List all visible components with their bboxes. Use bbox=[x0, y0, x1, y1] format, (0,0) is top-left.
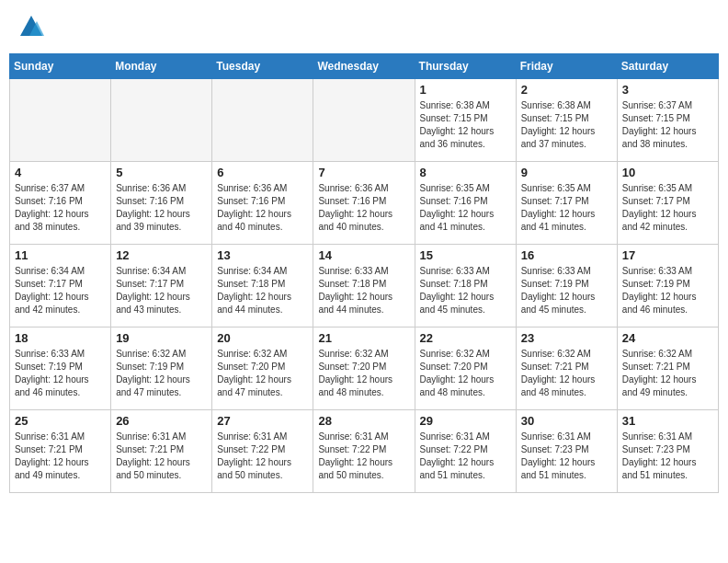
day-info: Sunrise: 6:33 AM Sunset: 7:18 PM Dayligh… bbox=[318, 265, 409, 316]
day-info: Sunrise: 6:38 AM Sunset: 7:15 PM Dayligh… bbox=[521, 99, 612, 151]
day-info: Sunrise: 6:32 AM Sunset: 7:21 PM Dayligh… bbox=[622, 348, 713, 399]
day-number: 30 bbox=[521, 414, 612, 428]
day-cell: 13Sunrise: 6:34 AM Sunset: 7:18 PM Dayli… bbox=[212, 245, 313, 327]
day-cell: 1Sunrise: 6:38 AM Sunset: 7:15 PM Daylig… bbox=[415, 79, 516, 162]
day-number: 9 bbox=[521, 166, 612, 179]
header-row: SundayMondayTuesdayWednesdayThursdayFrid… bbox=[10, 54, 719, 79]
day-cell: 9Sunrise: 6:35 AM Sunset: 7:17 PM Daylig… bbox=[516, 162, 617, 245]
day-info: Sunrise: 6:31 AM Sunset: 7:23 PM Dayligh… bbox=[622, 431, 713, 482]
day-cell: 28Sunrise: 6:31 AM Sunset: 7:22 PM Dayli… bbox=[313, 410, 415, 493]
day-number: 14 bbox=[318, 248, 409, 262]
day-number: 11 bbox=[15, 248, 106, 262]
day-number: 18 bbox=[15, 331, 106, 345]
day-info: Sunrise: 6:31 AM Sunset: 7:21 PM Dayligh… bbox=[15, 431, 106, 482]
day-header-saturday: Saturday bbox=[617, 54, 718, 79]
day-info: Sunrise: 6:36 AM Sunset: 7:16 PM Dayligh… bbox=[116, 182, 207, 234]
day-number: 6 bbox=[217, 166, 308, 179]
logo-icon bbox=[18, 14, 44, 40]
page-header bbox=[9, 9, 719, 44]
day-info: Sunrise: 6:33 AM Sunset: 7:18 PM Dayligh… bbox=[420, 265, 511, 316]
day-cell: 10Sunrise: 6:35 AM Sunset: 7:17 PM Dayli… bbox=[617, 162, 718, 245]
week-row-4: 18Sunrise: 6:33 AM Sunset: 7:19 PM Dayli… bbox=[10, 327, 719, 410]
day-number: 3 bbox=[622, 83, 713, 97]
week-row-5: 25Sunrise: 6:31 AM Sunset: 7:21 PM Dayli… bbox=[10, 410, 719, 493]
week-row-2: 4Sunrise: 6:37 AM Sunset: 7:16 PM Daylig… bbox=[10, 162, 719, 245]
day-number: 24 bbox=[622, 331, 713, 345]
day-number: 13 bbox=[217, 248, 308, 262]
day-info: Sunrise: 6:32 AM Sunset: 7:21 PM Dayligh… bbox=[521, 348, 612, 399]
day-number: 2 bbox=[521, 83, 612, 97]
day-number: 7 bbox=[318, 166, 409, 179]
day-cell: 26Sunrise: 6:31 AM Sunset: 7:21 PM Dayli… bbox=[111, 410, 212, 493]
day-cell: 14Sunrise: 6:33 AM Sunset: 7:18 PM Dayli… bbox=[313, 245, 415, 327]
day-number: 17 bbox=[622, 248, 713, 262]
day-header-thursday: Thursday bbox=[415, 54, 516, 79]
day-cell: 25Sunrise: 6:31 AM Sunset: 7:21 PM Dayli… bbox=[10, 410, 111, 493]
calendar-body: 1Sunrise: 6:38 AM Sunset: 7:15 PM Daylig… bbox=[10, 79, 719, 493]
day-info: Sunrise: 6:31 AM Sunset: 7:22 PM Dayligh… bbox=[420, 431, 511, 482]
day-number: 25 bbox=[15, 414, 106, 428]
day-info: Sunrise: 6:38 AM Sunset: 7:15 PM Dayligh… bbox=[420, 99, 511, 151]
day-cell: 5Sunrise: 6:36 AM Sunset: 7:16 PM Daylig… bbox=[111, 162, 212, 245]
day-number: 29 bbox=[420, 414, 511, 428]
day-header-monday: Monday bbox=[111, 54, 212, 79]
day-cell: 6Sunrise: 6:36 AM Sunset: 7:16 PM Daylig… bbox=[212, 162, 313, 245]
day-info: Sunrise: 6:32 AM Sunset: 7:19 PM Dayligh… bbox=[116, 348, 207, 399]
day-cell bbox=[111, 79, 212, 162]
day-cell: 29Sunrise: 6:31 AM Sunset: 7:22 PM Dayli… bbox=[415, 410, 516, 493]
day-number: 1 bbox=[420, 83, 511, 97]
calendar-table: SundayMondayTuesdayWednesdayThursdayFrid… bbox=[9, 53, 719, 493]
day-number: 4 bbox=[15, 166, 106, 179]
day-cell: 8Sunrise: 6:35 AM Sunset: 7:16 PM Daylig… bbox=[415, 162, 516, 245]
day-info: Sunrise: 6:36 AM Sunset: 7:16 PM Dayligh… bbox=[217, 182, 308, 234]
day-cell: 23Sunrise: 6:32 AM Sunset: 7:21 PM Dayli… bbox=[516, 327, 617, 410]
day-info: Sunrise: 6:34 AM Sunset: 7:18 PM Dayligh… bbox=[217, 265, 308, 316]
day-cell: 22Sunrise: 6:32 AM Sunset: 7:20 PM Dayli… bbox=[415, 327, 516, 410]
day-number: 26 bbox=[116, 414, 207, 428]
logo bbox=[18, 14, 48, 40]
day-cell: 4Sunrise: 6:37 AM Sunset: 7:16 PM Daylig… bbox=[10, 162, 111, 245]
day-info: Sunrise: 6:36 AM Sunset: 7:16 PM Dayligh… bbox=[318, 182, 409, 234]
day-number: 8 bbox=[420, 166, 511, 179]
day-number: 31 bbox=[622, 414, 713, 428]
day-info: Sunrise: 6:31 AM Sunset: 7:22 PM Dayligh… bbox=[318, 431, 409, 482]
day-number: 19 bbox=[116, 331, 207, 345]
day-cell: 7Sunrise: 6:36 AM Sunset: 7:16 PM Daylig… bbox=[313, 162, 415, 245]
day-cell: 11Sunrise: 6:34 AM Sunset: 7:17 PM Dayli… bbox=[10, 245, 111, 327]
day-cell: 2Sunrise: 6:38 AM Sunset: 7:15 PM Daylig… bbox=[516, 79, 617, 162]
day-cell bbox=[212, 79, 313, 162]
day-number: 5 bbox=[116, 166, 207, 179]
day-cell: 20Sunrise: 6:32 AM Sunset: 7:20 PM Dayli… bbox=[212, 327, 313, 410]
day-info: Sunrise: 6:32 AM Sunset: 7:20 PM Dayligh… bbox=[420, 348, 511, 399]
day-number: 12 bbox=[116, 248, 207, 262]
day-info: Sunrise: 6:34 AM Sunset: 7:17 PM Dayligh… bbox=[116, 265, 207, 316]
day-info: Sunrise: 6:37 AM Sunset: 7:15 PM Dayligh… bbox=[622, 99, 713, 151]
day-info: Sunrise: 6:35 AM Sunset: 7:16 PM Dayligh… bbox=[420, 182, 511, 234]
day-info: Sunrise: 6:33 AM Sunset: 7:19 PM Dayligh… bbox=[521, 265, 612, 316]
day-info: Sunrise: 6:31 AM Sunset: 7:22 PM Dayligh… bbox=[217, 431, 308, 482]
day-info: Sunrise: 6:31 AM Sunset: 7:23 PM Dayligh… bbox=[521, 431, 612, 482]
day-cell: 24Sunrise: 6:32 AM Sunset: 7:21 PM Dayli… bbox=[617, 327, 718, 410]
day-info: Sunrise: 6:37 AM Sunset: 7:16 PM Dayligh… bbox=[15, 182, 106, 234]
day-number: 27 bbox=[217, 414, 308, 428]
day-number: 16 bbox=[521, 248, 612, 262]
day-header-wednesday: Wednesday bbox=[313, 54, 415, 79]
day-number: 15 bbox=[420, 248, 511, 262]
day-info: Sunrise: 6:31 AM Sunset: 7:21 PM Dayligh… bbox=[116, 431, 207, 482]
week-row-3: 11Sunrise: 6:34 AM Sunset: 7:17 PM Dayli… bbox=[10, 245, 719, 327]
day-header-friday: Friday bbox=[516, 54, 617, 79]
day-info: Sunrise: 6:33 AM Sunset: 7:19 PM Dayligh… bbox=[622, 265, 713, 316]
day-cell: 30Sunrise: 6:31 AM Sunset: 7:23 PM Dayli… bbox=[516, 410, 617, 493]
day-info: Sunrise: 6:32 AM Sunset: 7:20 PM Dayligh… bbox=[318, 348, 409, 399]
day-header-sunday: Sunday bbox=[10, 54, 111, 79]
day-cell: 12Sunrise: 6:34 AM Sunset: 7:17 PM Dayli… bbox=[111, 245, 212, 327]
day-info: Sunrise: 6:35 AM Sunset: 7:17 PM Dayligh… bbox=[521, 182, 612, 234]
day-number: 28 bbox=[318, 414, 409, 428]
day-cell: 16Sunrise: 6:33 AM Sunset: 7:19 PM Dayli… bbox=[516, 245, 617, 327]
day-number: 10 bbox=[622, 166, 713, 179]
calendar-header: SundayMondayTuesdayWednesdayThursdayFrid… bbox=[10, 54, 719, 79]
day-number: 20 bbox=[217, 331, 308, 345]
day-cell: 21Sunrise: 6:32 AM Sunset: 7:20 PM Dayli… bbox=[313, 327, 415, 410]
day-cell: 18Sunrise: 6:33 AM Sunset: 7:19 PM Dayli… bbox=[10, 327, 111, 410]
day-number: 23 bbox=[521, 331, 612, 345]
